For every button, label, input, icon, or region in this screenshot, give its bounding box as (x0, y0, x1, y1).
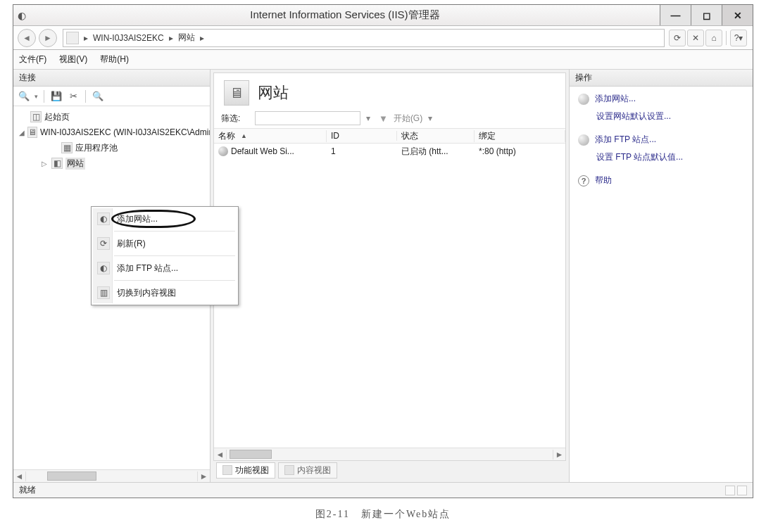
breadcrumb-icon (66, 32, 79, 44)
action-help[interactable]: ?帮助 (577, 172, 746, 189)
refresh-icon: ⟳ (97, 237, 110, 250)
col-binding[interactable]: 绑定 (475, 130, 565, 142)
site-row[interactable]: Default Web Si... 1 已启动 (htt... *:80 (ht… (214, 144, 565, 159)
action-add-ftp-site[interactable]: 添加 FTP 站点... (577, 132, 746, 148)
save-icon[interactable]: 💾 (50, 90, 63, 103)
sort-asc-icon: ▲ (241, 132, 247, 139)
sites-folder-icon: ◧ (51, 158, 63, 169)
menu-view[interactable]: 视图(V) (59, 53, 87, 65)
grid-body: Default Web Si... 1 已启动 (htt... *:80 (ht… (214, 144, 565, 448)
globe-icon: ◐ (97, 213, 110, 225)
sites-feature-icon: 🖥 (224, 80, 249, 106)
tree-start-page[interactable]: ◫ 起始页 (16, 109, 210, 125)
status-indicator-icon (737, 486, 747, 495)
action-add-website[interactable]: 添加网站... (577, 91, 746, 107)
menu-file[interactable]: 文件(F) (19, 53, 46, 65)
actions-header: 操作 (570, 70, 753, 87)
stop-icon[interactable]: ✕ (687, 30, 704, 46)
filter-label: 筛选: (221, 113, 249, 125)
server-icon: 🖥 (27, 127, 37, 138)
go-button[interactable]: 开始(G) (394, 113, 422, 125)
ctx-add-website[interactable]: ◐ 添加网站... (93, 208, 237, 229)
context-menu: ◐ 添加网站... ⟳ 刷新(R) ◐ 添加 FTP 站点... ▥ 切换到内容… (91, 206, 239, 305)
globe-icon (578, 134, 589, 146)
breadcrumb-server[interactable]: WIN-I0J3AIS2EKC (90, 33, 167, 43)
refresh-tree-icon[interactable]: 🔍 (92, 90, 104, 103)
site-icon (218, 146, 228, 156)
tree-app-pools[interactable]: ▦ 应用程序池 (16, 140, 210, 156)
content-view-icon (284, 465, 294, 475)
system-menu-icon[interactable]: ◐ (13, 10, 30, 21)
forward-button[interactable]: ► (39, 29, 57, 47)
status-bar: 就绪 (13, 482, 753, 498)
maximize-button[interactable]: ◻ (691, 5, 722, 25)
minimize-button[interactable]: — (660, 5, 691, 25)
tab-content-view[interactable]: 内容视图 (278, 462, 337, 479)
col-status[interactable]: 状态 (397, 130, 475, 142)
funnel-icon: ▼ (379, 113, 388, 124)
action-set-ftp-defaults[interactable]: 设置 FTP 站点默认值... (577, 149, 746, 165)
view-tabs: 功能视图 内容视图 (213, 461, 566, 479)
ctx-add-ftp-site[interactable]: ◐ 添加 FTP 站点... (93, 258, 237, 279)
help-icon: ? (578, 175, 589, 186)
filter-input[interactable] (255, 111, 360, 125)
breadcrumb[interactable]: ▸ WIN-I0J3AIS2EKC ▸ 网站 ▸ (63, 29, 665, 47)
breadcrumb-separator: ▸ (198, 33, 206, 43)
home-icon[interactable]: ⌂ (705, 30, 722, 46)
address-bar: ◄ ► ▸ WIN-I0J3AIS2EKC ▸ 网站 ▸ ⟳ ✕ ⌂ ?▾ (13, 26, 753, 50)
col-name[interactable]: 名称▲ (214, 130, 327, 142)
col-id[interactable]: ID (327, 131, 397, 141)
expander-icon[interactable]: ▷ (40, 160, 49, 167)
close-button[interactable]: ✕ (722, 5, 753, 25)
filter-dropdown-icon[interactable]: ▾ (366, 113, 373, 123)
filter-row: 筛选: ▾ ▼ 开始(G) ▾ (214, 108, 565, 128)
connect-icon[interactable]: 🔍 (18, 90, 30, 103)
actions-pane: 操作 添加网站... 设置网站默认设置... 添加 FTP 站点... 设置 F… (570, 70, 753, 482)
expander-icon[interactable]: ◢ (19, 129, 25, 137)
connections-toolbar: 🔍▾ 💾 ✂ 🔍 (13, 87, 210, 106)
help-dropdown-icon[interactable]: ?▾ (730, 30, 747, 46)
action-set-website-defaults[interactable]: 设置网站默认设置... (577, 108, 746, 125)
ctx-switch-content-view[interactable]: ▥ 切换到内容视图 (93, 282, 237, 303)
breadcrumb-sites[interactable]: 网站 (175, 32, 198, 44)
start-page-icon: ◫ (30, 111, 42, 122)
app-pools-icon: ▦ (61, 142, 73, 153)
refresh-icon[interactable]: ⟳ (669, 30, 686, 46)
content-view-icon: ▥ (97, 286, 110, 299)
page-title: 网站 (258, 82, 289, 103)
tree-server[interactable]: ◢ 🖥 WIN-I0J3AIS2EKC (WIN-I0J3AIS2EKC\Adm… (16, 125, 210, 140)
titlebar: ◐ Internet Information Services (IIS)管理器… (13, 5, 753, 26)
features-view-icon (222, 465, 232, 475)
cut-icon[interactable]: ✂ (67, 90, 80, 103)
grid-header: 名称▲ ID 状态 绑定 (214, 128, 565, 144)
breadcrumb-separator: ▸ (167, 33, 175, 43)
menu-bar: 文件(F) 视图(V) 帮助(H) (13, 50, 753, 70)
go-dropdown-icon[interactable]: ▾ (428, 113, 435, 123)
globe-icon: ◐ (97, 262, 110, 274)
status-indicator-icon (725, 486, 735, 495)
tree-h-scrollbar[interactable]: ◄ ► (13, 469, 210, 482)
connections-header: 连接 (13, 70, 210, 87)
grid-h-scrollbar[interactable]: ◄ ► (214, 448, 565, 460)
status-text: 就绪 (19, 484, 36, 496)
center-pane: 🖥 网站 筛选: ▾ ▼ 开始(G) ▾ 名称▲ ID 状态 绑定 (211, 70, 570, 482)
figure-caption: 图2-11 新建一个Web站点 (13, 498, 753, 521)
window-title: Internet Information Services (IIS)管理器 (30, 8, 660, 22)
breadcrumb-separator: ▸ (82, 33, 90, 43)
globe-icon (578, 94, 589, 105)
tab-features-view[interactable]: 功能视图 (216, 462, 275, 479)
ctx-refresh[interactable]: ⟳ 刷新(R) (93, 233, 237, 254)
iis-manager-window: ◐ Internet Information Services (IIS)管理器… (13, 4, 753, 498)
menu-help[interactable]: 帮助(H) (100, 53, 129, 65)
tree-sites[interactable]: ▷ ◧ 网站 (16, 156, 210, 171)
back-button[interactable]: ◄ (18, 29, 36, 47)
